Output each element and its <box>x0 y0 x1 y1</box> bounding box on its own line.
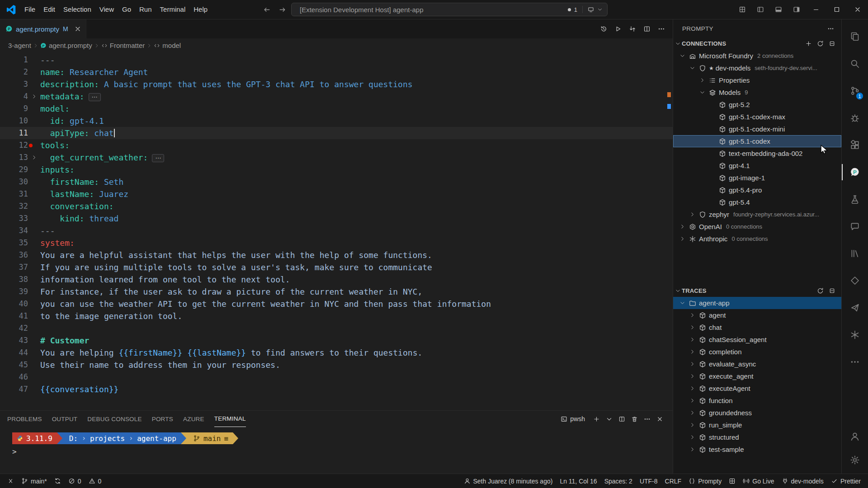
connection-item-properties[interactable]: Properties <box>673 74 841 86</box>
line-number[interactable]: 36 <box>0 249 28 261</box>
code-text[interactable]: If you are using multiple tools to solve… <box>40 261 432 273</box>
chevron-down-button[interactable] <box>603 413 615 425</box>
code-line-39[interactable]: 39For instance, if the user ask to draw … <box>0 286 673 298</box>
chevron-right-icon[interactable] <box>689 385 696 391</box>
code-line-40[interactable]: 40you can use the weather API to get the… <box>0 298 673 310</box>
chevron-down-icon[interactable] <box>679 300 686 306</box>
chevron-down-icon[interactable] <box>698 89 706 95</box>
trace-item-chat[interactable]: chat <box>673 321 841 333</box>
trace-item-completion[interactable]: completion <box>673 346 841 358</box>
status-prettier[interactable]: Prettier <box>827 474 864 488</box>
code-line-37[interactable]: 37If you are using multiple tools to sol… <box>0 261 673 273</box>
breadcrumb-section[interactable]: Frontmatter <box>101 42 145 49</box>
trace-item-execute-agent[interactable]: execute_agent <box>673 370 841 382</box>
status-seth-juarez-8-minutes-ago[interactable]: Seth Juarez (8 minutes ago) <box>460 474 557 488</box>
code-line-1[interactable]: 1--- <box>0 54 673 66</box>
back-button[interactable] <box>260 3 273 16</box>
minimize-button[interactable] <box>806 0 826 19</box>
code-line-47[interactable]: 47{{conversation}} <box>0 383 673 395</box>
activity-extensions[interactable] <box>844 131 866 159</box>
trace-item-agent[interactable]: agent <box>673 309 841 321</box>
panel-tab-ports[interactable]: PORTS <box>152 411 173 427</box>
panel-tab-azure[interactable]: AZURE <box>183 411 204 427</box>
line-number[interactable]: 39 <box>0 286 28 298</box>
connection-item-gpt-5-4-pro[interactable]: gpt-5.4-pro <box>673 184 841 196</box>
code-text[interactable]: information learned from one tool to the… <box>40 273 290 286</box>
code-text[interactable]: you can use the weather API to get the c… <box>40 298 491 310</box>
code-text[interactable]: name: Researcher Agent <box>40 66 148 78</box>
menu-help[interactable]: Help <box>189 3 212 16</box>
activity-source-control[interactable]: 1 <box>844 77 866 104</box>
line-number[interactable]: 13 <box>0 151 28 164</box>
activity-prompty-color[interactable]: P <box>844 159 866 186</box>
code-line-3[interactable]: 3description: A basic prompt that uses t… <box>0 78 673 90</box>
line-number[interactable]: 42 <box>0 322 28 334</box>
line-number[interactable]: 34 <box>0 225 28 237</box>
connection-item-anthropic[interactable]: Anthropic0 connections <box>673 233 841 245</box>
more-actions-icon[interactable] <box>827 25 834 32</box>
activity-more[interactable] <box>844 348 866 375</box>
code-text[interactable]: tools: <box>40 139 70 151</box>
code-text[interactable]: metadata:⋯ <box>40 90 101 103</box>
menu-edit[interactable]: Edit <box>39 3 59 16</box>
line-number[interactable]: 38 <box>0 273 28 286</box>
activity-search[interactable] <box>844 50 866 77</box>
grid-button[interactable] <box>733 0 751 19</box>
chevron-right-icon[interactable] <box>689 337 696 343</box>
code-line-38[interactable]: 38information learned from one tool to t… <box>0 273 673 286</box>
code-line-9[interactable]: 9model: <box>0 103 673 115</box>
fold-column[interactable] <box>28 90 40 103</box>
chevron-right-icon[interactable] <box>689 349 696 355</box>
status-prompty[interactable]: Prompty <box>685 474 725 488</box>
code-line-10[interactable]: 10 id: gpt-4.1 <box>0 115 673 127</box>
connection-item-gpt-5-4[interactable]: gpt-5.4 <box>673 196 841 208</box>
status-dev-models[interactable]: dev-models <box>778 474 827 488</box>
line-number[interactable]: 41 <box>0 310 28 322</box>
chevron-right-icon[interactable] <box>689 446 696 452</box>
connection-item-gpt-5-1-codex[interactable]: gpt-5.1-codex <box>673 135 841 147</box>
activity-debug[interactable] <box>844 104 866 131</box>
trash-button[interactable] <box>628 413 640 425</box>
menu-go[interactable]: Go <box>118 3 135 16</box>
add-button[interactable] <box>590 413 602 425</box>
chevron-right-icon[interactable] <box>689 312 696 318</box>
forward-button[interactable] <box>276 3 288 16</box>
chevron-right-icon[interactable] <box>31 94 37 99</box>
connection-item-gpt-5-2[interactable]: gpt-5.2 <box>673 99 841 111</box>
status-0[interactable]: 0 <box>85 474 105 488</box>
chevron-right-icon[interactable] <box>689 361 696 367</box>
command-center[interactable]: [Extension Development Host] agent-app 1 <box>291 3 608 16</box>
layout-panel-button[interactable] <box>769 0 788 19</box>
connection-item-zephyr[interactable]: zephyrfoundry-zephyr.services.ai.azur... <box>673 208 841 221</box>
line-number[interactable]: 47 <box>0 383 28 395</box>
activity-settings-gear[interactable] <box>844 448 866 472</box>
code-text[interactable]: firstName: Seth <box>40 176 123 188</box>
line-number[interactable]: 11 <box>0 127 28 139</box>
connection-item-dev-models[interactable]: ★dev-modelsseth-foundry-dev.servi... <box>673 62 841 74</box>
code-line-13[interactable]: 13 get_current_weather:⋯ <box>0 151 673 164</box>
code-line-44[interactable]: 44You are helping {{firstName}} {{lastNa… <box>0 347 673 359</box>
menu-file[interactable]: File <box>20 3 39 16</box>
trace-item-function[interactable]: function <box>673 394 841 407</box>
panel-tab-terminal[interactable]: TERMINAL <box>214 411 246 427</box>
menu-run[interactable]: Run <box>135 3 156 16</box>
line-number[interactable]: 3 <box>0 78 28 90</box>
terminal-cursor-line[interactable]: > <box>12 446 673 458</box>
trace-item-structured[interactable]: structured <box>673 431 841 443</box>
collapse-all-button[interactable] <box>827 286 837 296</box>
chevron-right-icon[interactable] <box>698 77 706 83</box>
code-line-32[interactable]: 32 conversation: <box>0 200 673 212</box>
terminal-profile[interactable]: pwsh <box>561 415 585 422</box>
status-grid[interactable] <box>725 474 739 488</box>
breadcrumb-subsection[interactable]: model <box>154 42 181 49</box>
code-line-34[interactable]: 34--- <box>0 225 673 237</box>
connections-section-header[interactable]: CONNECTIONS <box>673 38 841 50</box>
code-line-30[interactable]: 30 firstName: Seth <box>0 176 673 188</box>
connection-item-gpt-5-1-codex-mini[interactable]: gpt-5.1-codex-mini <box>673 123 841 135</box>
line-number[interactable]: 46 <box>0 371 28 383</box>
trace-item-evaluate-async[interactable]: evaluate_async <box>673 358 841 370</box>
line-number[interactable]: 2 <box>0 66 28 78</box>
activity-sparkle[interactable] <box>844 321 866 348</box>
line-number[interactable]: 43 <box>0 334 28 347</box>
compare-button[interactable] <box>626 22 639 36</box>
